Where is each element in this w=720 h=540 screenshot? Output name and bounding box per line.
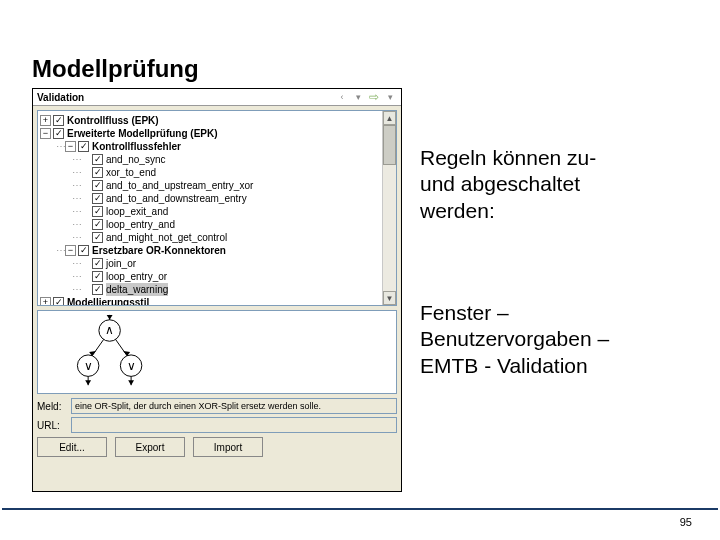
rule-checkbox[interactable]: ✓: [53, 297, 64, 306]
nav-back-drop-icon[interactable]: ▾: [351, 90, 365, 104]
rule-label[interactable]: and_might_not_get_control: [106, 231, 227, 244]
note-path-l2: Benutzervorgaben –: [420, 326, 609, 352]
rule-checkbox[interactable]: ✓: [53, 115, 64, 126]
tree-node[interactable]: ⋯−✓Ersetzbare OR-Konnektoren: [40, 244, 394, 257]
note-rules-l1: Regeln können zu-: [420, 145, 596, 171]
scroll-thumb[interactable]: [383, 125, 396, 165]
rule-checkbox[interactable]: ✓: [92, 154, 103, 165]
rule-label[interactable]: xor_to_end: [106, 166, 156, 179]
scroll-down-icon[interactable]: ▼: [383, 291, 396, 305]
rule-label[interactable]: delta_warning: [106, 283, 168, 296]
tree-node[interactable]: ⋯✓and_to_and_downstream_entry: [40, 192, 394, 205]
note-rules: Regeln können zu- und abgeschaltet werde…: [420, 145, 596, 224]
rule-checkbox[interactable]: ✓: [92, 271, 103, 282]
export-button[interactable]: Export: [115, 437, 185, 457]
url-label: URL:: [37, 420, 67, 431]
message-field[interactable]: [71, 398, 397, 414]
svg-text:∧: ∧: [105, 323, 114, 336]
tree-node[interactable]: +✓Modellierungsstil: [40, 296, 394, 306]
svg-marker-15: [128, 380, 134, 385]
rule-label[interactable]: Modellierungsstil: [67, 296, 149, 306]
note-rules-l2: und abgeschaltet: [420, 171, 596, 197]
note-path: Fenster – Benutzervorgaben – EMTB - Vali…: [420, 300, 609, 379]
tree-node[interactable]: ⋯✓and_to_and_upstream_entry_xor: [40, 179, 394, 192]
rule-checkbox[interactable]: ✓: [92, 258, 103, 269]
dialog-nav: ‹ ▾ ⇨ ▾: [335, 90, 397, 104]
rule-label[interactable]: loop_entry_and: [106, 218, 175, 231]
dialog-title: Validation: [37, 92, 84, 103]
tree-node[interactable]: ⋯✓xor_to_end: [40, 166, 394, 179]
button-row: Edit... Export Import: [37, 437, 397, 457]
rule-checkbox[interactable]: ✓: [92, 167, 103, 178]
diagram-preview: ∧ ∨ ∨: [37, 310, 397, 394]
tree-node[interactable]: −✓Erweiterte Modellprüfung (EPK): [40, 127, 394, 140]
rule-checkbox[interactable]: ✓: [92, 180, 103, 191]
collapse-icon[interactable]: −: [65, 245, 76, 256]
rule-checkbox[interactable]: ✓: [92, 232, 103, 243]
rule-label[interactable]: loop_entry_or: [106, 270, 167, 283]
svg-marker-13: [85, 380, 91, 385]
dialog-titlebar: Validation ‹ ▾ ⇨ ▾: [33, 89, 401, 106]
tree-node[interactable]: ⋯✓and_no_sync: [40, 153, 394, 166]
tree-node[interactable]: ⋯✓join_or: [40, 257, 394, 270]
nav-forward-drop-icon[interactable]: ▾: [383, 90, 397, 104]
tree-node[interactable]: ⋯✓loop_entry_or: [40, 270, 394, 283]
validation-dialog: Validation ‹ ▾ ⇨ ▾ +✓Kontrollfluss (EPK)…: [32, 88, 402, 492]
collapse-icon[interactable]: −: [65, 141, 76, 152]
import-button[interactable]: Import: [193, 437, 263, 457]
note-path-l1: Fenster –: [420, 300, 609, 326]
rule-label[interactable]: Ersetzbare OR-Konnektoren: [92, 244, 226, 257]
nav-back-icon[interactable]: ‹: [335, 90, 349, 104]
rule-checkbox[interactable]: ✓: [92, 219, 103, 230]
tree-node[interactable]: +✓Kontrollfluss (EPK): [40, 114, 394, 127]
rule-tree: +✓Kontrollfluss (EPK)−✓Erweiterte Modell…: [37, 110, 397, 306]
rule-checkbox[interactable]: ✓: [78, 245, 89, 256]
svg-text:∨: ∨: [127, 359, 136, 372]
url-row: URL:: [37, 417, 397, 433]
rule-label[interactable]: join_or: [106, 257, 136, 270]
message-row: Meld:: [37, 398, 397, 414]
footer-divider: [2, 508, 718, 510]
scroll-up-icon[interactable]: ▲: [383, 111, 396, 125]
tree-node[interactable]: ⋯✓loop_exit_and: [40, 205, 394, 218]
tree-node[interactable]: ⋯−✓Kontrollflussfehler: [40, 140, 394, 153]
expand-icon[interactable]: +: [40, 297, 51, 306]
note-rules-l3: werden:: [420, 198, 596, 224]
rule-label[interactable]: Kontrollfluss (EPK): [67, 114, 159, 127]
rule-checkbox[interactable]: ✓: [92, 284, 103, 295]
message-label: Meld:: [37, 401, 67, 412]
page-number: 95: [680, 516, 692, 528]
tree-node[interactable]: ⋯✓delta_warning: [40, 283, 394, 296]
note-path-l3: EMTB - Validation: [420, 353, 609, 379]
rule-tree-content: +✓Kontrollfluss (EPK)−✓Erweiterte Modell…: [38, 111, 396, 306]
rule-checkbox[interactable]: ✓: [78, 141, 89, 152]
rule-checkbox[interactable]: ✓: [92, 193, 103, 204]
nav-forward-icon[interactable]: ⇨: [367, 90, 381, 104]
rule-label[interactable]: and_no_sync: [106, 153, 166, 166]
rule-label[interactable]: Erweiterte Modellprüfung (EPK): [67, 127, 218, 140]
rule-label[interactable]: and_to_and_upstream_entry_xor: [106, 179, 253, 192]
svg-marker-11: [107, 315, 113, 320]
svg-text:∨: ∨: [84, 359, 93, 372]
page-title: Modellprüfung: [32, 55, 199, 83]
rule-label[interactable]: loop_exit_and: [106, 205, 168, 218]
edit-button[interactable]: Edit...: [37, 437, 107, 457]
rule-label[interactable]: and_to_and_downstream_entry: [106, 192, 247, 205]
tree-scrollbar[interactable]: ▲ ▼: [382, 111, 396, 305]
rule-checkbox[interactable]: ✓: [53, 128, 64, 139]
rule-checkbox[interactable]: ✓: [92, 206, 103, 217]
url-field[interactable]: [71, 417, 397, 433]
tree-node[interactable]: ⋯✓and_might_not_get_control: [40, 231, 394, 244]
rule-label[interactable]: Kontrollflussfehler: [92, 140, 181, 153]
expand-icon[interactable]: +: [40, 115, 51, 126]
tree-node[interactable]: ⋯✓loop_entry_and: [40, 218, 394, 231]
collapse-icon[interactable]: −: [40, 128, 51, 139]
